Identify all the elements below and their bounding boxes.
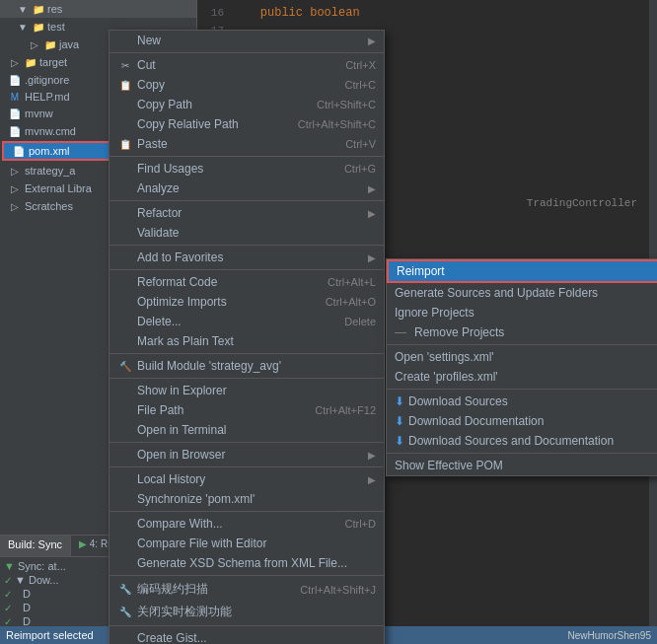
submenu-arrow: ▶ <box>368 183 376 194</box>
menu-item-xsd[interactable]: Generate XSD Schema from XML File... <box>110 553 384 573</box>
dl-sources-label: Download Sources <box>408 394 508 408</box>
menu-item-realtime[interactable]: 🔧 关闭实时检测功能 <box>110 601 384 623</box>
menu-item-localhistory[interactable]: Local History ▶ <box>110 469 384 489</box>
tree-label: target <box>39 56 67 68</box>
shortcut: Delete <box>344 316 376 327</box>
submenu-arrow: ▶ <box>368 252 376 263</box>
separator-11 <box>110 575 384 576</box>
generate-label: Generate Sources and Update Folders <box>395 286 598 300</box>
menu-item-favorites[interactable]: Add to Favorites ▶ <box>110 248 384 267</box>
menu-item-compare-editor[interactable]: Compare File with Editor <box>110 534 384 553</box>
menu-label: Show in Explorer <box>137 384 227 397</box>
menu-item-creategist[interactable]: Create Gist... <box>110 628 384 644</box>
menu-label: Refactor <box>137 206 182 220</box>
terminal-icon <box>117 423 133 437</box>
menu-label: Add to Favorites <box>137 250 223 264</box>
menu-label: Synchronize 'pom.xml' <box>137 492 255 506</box>
submenu-arrow: ▶ <box>368 474 376 485</box>
menu-item-analyze[interactable]: Analyze ▶ <box>110 179 384 198</box>
folder-icon: ▼ <box>16 20 30 34</box>
shortcut: Ctrl+Alt+L <box>328 276 376 288</box>
tree-label: test <box>47 21 65 33</box>
separator-4 <box>110 245 384 246</box>
folder-icon: ▷ <box>8 181 22 195</box>
menu-item-delete[interactable]: Delete... Delete <box>110 312 384 331</box>
file-icon: 📄 <box>8 73 22 87</box>
menu-item-encoding[interactable]: 🔧 编码规约扫描 Ctrl+Alt+Shift+J <box>110 578 384 601</box>
menu-label: 编码规约扫描 <box>137 581 208 598</box>
menu-item-build[interactable]: 🔨 Build Module 'strategy_avg' <box>110 356 384 376</box>
run-icon: ▶ <box>79 538 87 549</box>
sync-icon <box>117 492 133 506</box>
menu-label: Delete... <box>137 315 182 328</box>
tree-label: .gitignore <box>25 74 69 86</box>
encoding-icon: 🔧 <box>117 583 133 597</box>
build-icon: 🔨 <box>117 359 133 373</box>
submenu-settings[interactable]: Open 'settings.xml' <box>387 347 657 367</box>
menu-item-findusages[interactable]: Find Usages Ctrl+G <box>110 159 384 179</box>
separator-3 <box>110 200 384 201</box>
delete-icon <box>117 315 133 328</box>
menu-item-explorer[interactable]: Show in Explorer <box>110 381 384 400</box>
folder-icon: ▷ <box>8 55 22 69</box>
submenu-arrow: ▶ <box>368 36 376 46</box>
submenu-ignore[interactable]: Ignore Projects <box>387 303 657 322</box>
menu-item-validate[interactable]: Validate <box>110 223 384 243</box>
maven-submenu: Reimport Generate Sources and Update Fol… <box>386 258 657 476</box>
tree-label: strategy_a <box>25 165 75 177</box>
compare-editor-icon <box>117 537 133 550</box>
separator-7 <box>110 378 384 379</box>
folder-icon: ▼ <box>16 2 30 16</box>
shortcut: Ctrl+X <box>345 59 376 71</box>
menu-item-copyrelpath[interactable]: Copy Relative Path Ctrl+Alt+Shift+C <box>110 114 384 134</box>
menu-item-cut[interactable]: ✂ Cut Ctrl+X <box>110 55 384 75</box>
submenu-sep-3 <box>387 453 657 454</box>
menu-item-sync[interactable]: Synchronize 'pom.xml' <box>110 489 384 509</box>
submenu-effective-pom[interactable]: Show Effective POM <box>387 456 657 475</box>
menu-item-filepath[interactable]: File Path Ctrl+Alt+F12 <box>110 400 384 420</box>
menu-label: Compare With... <box>137 517 223 531</box>
submenu-sep-2 <box>387 389 657 390</box>
shortcut: Ctrl+V <box>345 138 376 150</box>
separator-2 <box>110 156 384 157</box>
menu-item-compare[interactable]: Compare With... Ctrl+D <box>110 514 384 534</box>
submenu-reimport[interactable]: Reimport <box>387 259 657 283</box>
submenu-profiles[interactable]: Create 'profiles.xml' <box>387 367 657 387</box>
submenu-download-both[interactable]: ⬇ Download Sources and Documentation <box>387 431 657 451</box>
shortcut: Ctrl+Shift+C <box>317 99 376 110</box>
validate-icon <box>117 226 133 240</box>
menu-item-optimize[interactable]: Optimize Imports Ctrl+Alt+O <box>110 292 384 312</box>
menu-item-copy[interactable]: 📋 Copy Ctrl+C <box>110 75 384 95</box>
submenu-arrow: ▶ <box>368 208 376 219</box>
download-icon: ⬇ <box>395 434 404 448</box>
folder-icon: ▷ <box>8 199 22 213</box>
tree-label: java <box>59 38 79 50</box>
text-icon <box>117 334 133 348</box>
tree-item-res[interactable]: ▼ 📁 res <box>0 0 196 18</box>
menu-label: Open in Terminal <box>137 423 227 437</box>
submenu-generate[interactable]: Generate Sources and Update Folders <box>387 283 657 303</box>
epom-label: Show Effective POM <box>395 459 503 472</box>
find-icon <box>117 162 133 176</box>
remove-label: Remove Projects <box>414 325 504 339</box>
submenu-download-sources[interactable]: ⬇ Download Sources <box>387 392 657 411</box>
realtime-icon: 🔧 <box>117 606 133 619</box>
submenu-download-docs[interactable]: ⬇ Download Documentation <box>387 411 657 431</box>
submenu-remove[interactable]: — Remove Projects <box>387 322 657 342</box>
menu-item-refactor[interactable]: Refactor ▶ <box>110 203 384 223</box>
menu-item-paste[interactable]: 📋 Paste Ctrl+V <box>110 134 384 154</box>
menu-label: Analyze <box>137 181 180 195</box>
shortcut: Ctrl+Alt+O <box>326 296 376 308</box>
menu-item-new[interactable]: New ▶ <box>110 31 384 50</box>
trading-controller-label: TradingController <box>527 197 637 209</box>
menu-item-copypath[interactable]: Copy Path Ctrl+Shift+C <box>110 95 384 114</box>
menu-item-reformat[interactable]: Reformat Code Ctrl+Alt+L <box>110 272 384 292</box>
menu-item-browser[interactable]: Open in Browser ▶ <box>110 445 384 465</box>
separator-9 <box>110 466 384 467</box>
relpath-icon <box>117 117 133 131</box>
menu-label: Create Gist... <box>137 631 207 644</box>
menu-label: Copy Relative Path <box>137 117 239 131</box>
menu-item-plaintext[interactable]: Mark as Plain Text <box>110 331 384 351</box>
menu-item-terminal[interactable]: Open in Terminal <box>110 420 384 440</box>
tab-build-sync[interactable]: Build: Sync <box>0 536 71 556</box>
